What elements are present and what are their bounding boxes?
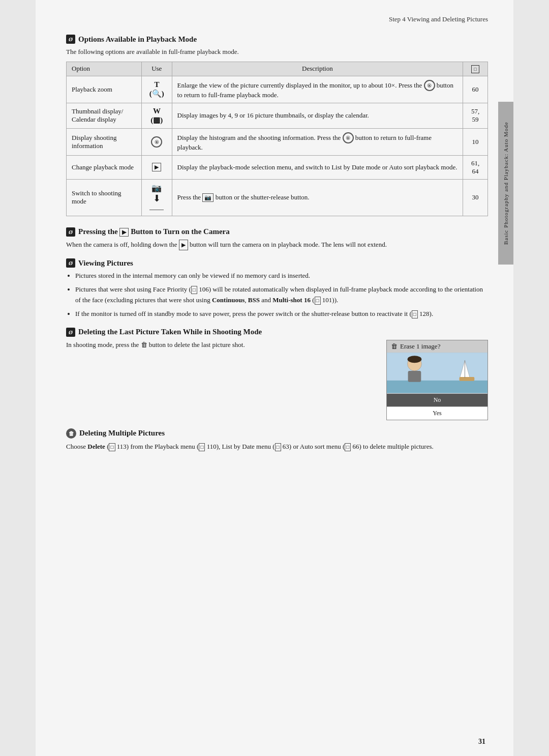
svg-rect-4: [408, 371, 421, 382]
option-desc: Press the 📷 button or the shutter-releas…: [172, 179, 463, 216]
ref-box: □: [199, 443, 205, 451]
option-label: Thumbnail display/Calendar display: [67, 103, 142, 128]
screenshot-options: No Yes: [387, 393, 487, 420]
play-btn: ▶: [152, 163, 161, 171]
table-row: Thumbnail display/Calendar display W (▩)…: [67, 103, 488, 128]
viewing-title: Ø Viewing Pictures: [66, 258, 488, 268]
note-icon-4: Ø: [66, 328, 75, 337]
scene-svg: [387, 353, 487, 393]
ok-btn-3: ®: [343, 132, 354, 143]
ok-btn: ®: [424, 80, 435, 91]
table-row: Display shooting information ® Display t…: [67, 128, 488, 155]
option-ref: 57, 59: [463, 103, 488, 128]
table-row: Switch to shooting mode 📷 ⬇ Press the 📷 …: [67, 179, 488, 216]
option-ref: 61, 64: [463, 155, 488, 179]
section-viewing: Ø Viewing Pictures Pictures stored in th…: [66, 258, 488, 319]
option-ref: 10: [463, 128, 488, 155]
pressing-body: When the camera is off, holding down the…: [66, 240, 488, 251]
section-pressing: Ø Pressing the ▶ Button to Turn on the C…: [66, 227, 488, 251]
svg-point-3: [408, 356, 422, 363]
option-use: ®: [141, 128, 172, 155]
camera-icon: 📷: [151, 184, 162, 192]
multiple-title: 🗑 Deleting Multiple Pictures: [66, 428, 488, 439]
t-btn-symbol: T (🔍): [149, 80, 164, 98]
ref-box: □: [315, 297, 321, 305]
ref-box: □: [109, 443, 115, 451]
svg-rect-6: [460, 376, 475, 381]
option-desc: Display images by 4, 9 or 16 picture thu…: [172, 103, 463, 128]
multiple-body: Choose Delete (□ 113) from the Playback …: [66, 442, 488, 452]
col-ref: □: [463, 62, 488, 76]
section-options: Ø Options Available in Playback Mode The…: [66, 35, 488, 216]
section-deleting: Ø Deleting the Last Picture Taken While …: [66, 328, 488, 420]
option-desc: Display the histogram and the shooting i…: [172, 128, 463, 155]
camera-btn-inline: 📷: [202, 193, 214, 202]
arrow-down-icon: ⬇: [153, 193, 161, 203]
delete-layout: In shooting mode, press the 🗑 button to …: [66, 340, 488, 420]
option-label: Playback zoom: [67, 76, 142, 103]
trash-icon-2: 🗑: [391, 342, 398, 351]
w-btn-symbol: W (▩): [150, 107, 163, 124]
col-use: Use: [141, 62, 172, 76]
section-multiple: 🗑 Deleting Multiple Pictures Choose Dele…: [66, 428, 488, 452]
book-icon: □: [471, 65, 479, 73]
pressing-title: Ø Pressing the ▶ Button to Turn on the C…: [66, 227, 488, 237]
option-yes: Yes: [387, 406, 487, 420]
options-table: Option Use Description □ Playback zoom T…: [66, 62, 488, 216]
trash-icon: 🗑: [141, 341, 147, 348]
ref-box: □: [345, 443, 351, 451]
page-header: Step 4 Viewing and Deleting Pictures: [66, 15, 488, 25]
option-use: W (▩): [141, 103, 172, 128]
note-icon-circle: 🗑: [66, 428, 76, 439]
table-row: Change playback mode ▶ Display the playb…: [67, 155, 488, 179]
page-number: 31: [478, 738, 485, 746]
note-icon: Ø: [66, 35, 75, 44]
erase-label: Erase 1 image?: [400, 342, 440, 351]
col-option: Option: [67, 62, 142, 76]
svg-rect-1: [387, 380, 487, 393]
ref-box: □: [275, 443, 281, 451]
list-item: Pictures that were shot using Face Prior…: [75, 284, 488, 306]
options-title: Ø Options Available in Playback Mode: [66, 35, 488, 44]
list-item: If the monitor is turned off in standby …: [75, 309, 488, 319]
screenshot-top: 🗑 Erase 1 image?: [387, 340, 487, 353]
option-desc: Enlarge the view of the picture currentl…: [172, 76, 463, 103]
option-label: Display shooting information: [67, 128, 142, 155]
list-item: Pictures stored in the internal memory c…: [75, 271, 488, 281]
ok-btn-2: ®: [151, 136, 162, 148]
option-no: No: [387, 393, 487, 406]
ref-box: □: [191, 286, 197, 294]
option-desc: Display the playback-mode selection menu…: [172, 155, 463, 179]
header-title: Step 4 Viewing and Deleting Pictures: [389, 15, 488, 23]
options-subtitle: The following options are available in f…: [66, 47, 488, 57]
delete-screenshot: 🗑 Erase 1 image?: [386, 340, 488, 420]
note-icon-2: Ø: [66, 227, 75, 237]
option-use: ▶: [141, 155, 172, 179]
col-description: Description: [172, 62, 463, 76]
screenshot-image: [387, 353, 487, 393]
option-label: Switch to shooting mode: [67, 179, 142, 216]
option-ref: 30: [463, 179, 488, 216]
deleting-title: Ø Deleting the Last Picture Taken While …: [66, 328, 488, 337]
delete-body: In shooting mode, press the 🗑 button to …: [66, 340, 376, 355]
option-use: 📷 ⬇: [141, 179, 172, 216]
table-row: Playback zoom T (🔍) Enlarge the view of …: [67, 76, 488, 103]
option-label: Change playback mode: [67, 155, 142, 179]
ref-box: □: [412, 310, 418, 318]
page: Step 4 Viewing and Deleting Pictures Ø O…: [36, 0, 513, 756]
note-icon-3: Ø: [66, 258, 75, 268]
option-ref: 60: [463, 76, 488, 103]
play-btn-inline: ▶: [119, 228, 129, 237]
sidebar: Basic Photography and Playback: Auto Mod…: [498, 102, 513, 265]
play-btn-inline-2: ▶: [179, 240, 188, 251]
viewing-list: Pictures stored in the internal memory c…: [66, 271, 488, 319]
option-use: T (🔍): [141, 76, 172, 103]
